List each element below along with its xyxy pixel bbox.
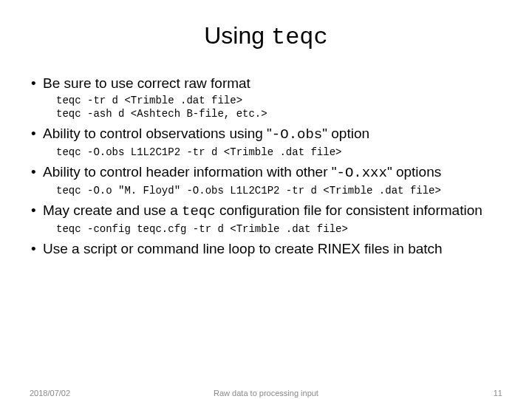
code-block: teqc -O.obs L1L2C1P2 -tr d <Trimble .dat…: [43, 146, 502, 159]
inline-code: -O.xxx: [337, 165, 387, 181]
footer-title: Raw data to processing input: [0, 389, 532, 398]
bullet-text: configuration file for consistent inform…: [216, 202, 482, 218]
inline-code: teqc: [182, 203, 216, 219]
bullet-item: Ability to control header information wi…: [30, 163, 502, 197]
bullet-text: " options: [387, 164, 441, 180]
code-block: teqc -tr d <Trimble .dat file> teqc -ash…: [43, 94, 502, 120]
title-mono: teqc: [271, 24, 328, 51]
bullet-item: May create and use a teqc configuration …: [30, 202, 502, 236]
bullet-text: Use a script or command line loop to cre…: [43, 241, 443, 256]
page-number: 11: [494, 389, 502, 398]
bullet-item: Be sure to use correct raw format teqc -…: [30, 75, 502, 120]
bullet-text: May create and use a: [43, 202, 182, 218]
bullet-text: " option: [322, 126, 369, 141]
code-block: teqc -config teqc.cfg -tr d <Trimble .da…: [43, 222, 502, 236]
inline-code: -O.obs: [272, 126, 322, 143]
slide-title: Using teqc: [30, 22, 502, 51]
bullet-text: Ability to control header information wi…: [43, 164, 337, 180]
title-text: Using: [204, 22, 271, 49]
slide: Using teqc Be sure to use correct raw fo…: [0, 0, 532, 399]
bullet-text: Be sure to use correct raw format: [43, 75, 250, 91]
bullet-list: Be sure to use correct raw format teqc -…: [30, 75, 502, 258]
bullet-item: Ability to control observations using "-…: [30, 125, 502, 159]
code-block: teqc -O.o "M. Floyd" -O.obs L1L2C1P2 -tr…: [43, 184, 502, 197]
bullet-text: Ability to control observations using ": [43, 126, 272, 141]
bullet-item: Use a script or command line loop to cre…: [30, 240, 502, 258]
